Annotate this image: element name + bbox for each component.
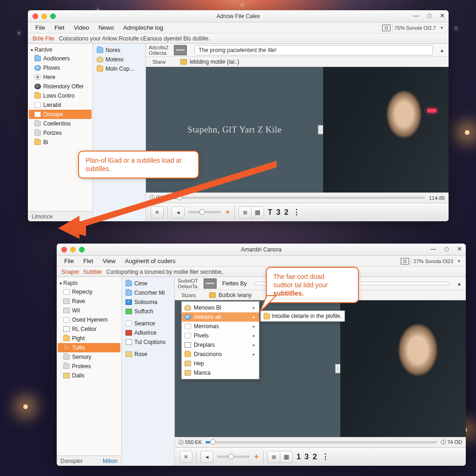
context-submenu[interactable]: Intodlie clelarle in the plofile. xyxy=(260,311,345,322)
ctx-drascinons[interactable]: Drascinons▸ xyxy=(182,350,259,359)
chevron-down-icon[interactable]: ▾ xyxy=(455,258,463,264)
menu-auginertt[interactable]: Auginertt of cuders xyxy=(120,256,180,266)
menu-file[interactable]: File xyxy=(60,256,79,266)
list-item[interactable]: Solisoma xyxy=(123,298,173,307)
ctx-merromas[interactable]: Merromas▸ xyxy=(182,322,259,331)
sidebar-item-here[interactable]: Here xyxy=(28,73,93,82)
sidebar-item-porizes[interactable]: Porizes xyxy=(28,128,93,138)
skip-back-button[interactable]: ◂ xyxy=(200,451,213,463)
titlebar[interactable]: Adnow File Calex — ▢ ✕ xyxy=(28,10,449,22)
list-item[interactable]: Nores xyxy=(94,46,145,55)
list-item[interactable]: Suffoch xyxy=(123,307,173,316)
volume-thumb[interactable] xyxy=(199,209,205,215)
brile-file-link[interactable]: Brile File xyxy=(31,35,56,42)
ctx-alekaris[interactable]: Alekaris ak▸ xyxy=(182,312,259,322)
sidebar-item-osed-hyenem[interactable]: Osed Hyenem xyxy=(57,315,121,324)
minimize-button[interactable]: — xyxy=(427,245,440,254)
volume-slider[interactable] xyxy=(188,211,221,213)
list-item[interactable]: Concrher Mi xyxy=(123,288,173,298)
zoom-icon[interactable] xyxy=(79,247,85,252)
list-item[interactable]: Rose xyxy=(123,350,173,359)
seek-track[interactable] xyxy=(205,441,437,443)
menu-admpleche[interactable]: Admpleche log xyxy=(119,23,168,33)
minimize-icon[interactable] xyxy=(41,13,47,19)
skip-back-button[interactable]: ◂ xyxy=(172,206,185,218)
sidebar-item-repecty[interactable]: Repecty xyxy=(57,287,121,297)
ctx-plvels[interactable]: Plvels▸ xyxy=(182,331,259,340)
list-item[interactable]: Moln Cop… xyxy=(94,64,145,73)
minimize-button[interactable]: — xyxy=(410,12,423,21)
ctx-menows[interactable]: Menows Bl▸ xyxy=(182,303,259,312)
minimize-icon[interactable] xyxy=(70,247,76,252)
tree-header[interactable]: Rapts xyxy=(57,279,121,287)
seek-track[interactable] xyxy=(172,197,425,199)
chevron-down-icon[interactable]: ▾ xyxy=(438,25,446,30)
zoom-icon[interactable] xyxy=(50,13,56,19)
menu-video[interactable]: Video xyxy=(69,23,94,33)
list-item[interactable]: Adlurirce xyxy=(123,328,173,337)
thumbnail-icon[interactable] xyxy=(174,45,187,55)
thumbnail-icon[interactable] xyxy=(204,278,217,289)
menu-file[interactable]: File xyxy=(31,23,50,33)
suttible-link[interactable]: Suttible xyxy=(81,269,104,275)
sidebar-item-lierabil[interactable]: Lierabil xyxy=(28,100,93,110)
status-link[interactable]: Mition xyxy=(103,458,118,464)
menu-newo[interactable]: Newo xyxy=(94,23,119,33)
sidebar-item-semory[interactable]: Semory xyxy=(57,352,121,362)
tree-header[interactable]: Rardve xyxy=(28,46,93,54)
snaper-link[interactable]: Snaper xyxy=(60,269,81,275)
menu-view[interactable]: View xyxy=(98,256,120,266)
close-icon[interactable] xyxy=(33,13,38,19)
maximize-button[interactable]: ▢ xyxy=(440,245,453,254)
list-item[interactable]: Searnce xyxy=(123,319,173,328)
sidebar-item-onoope[interactable]: Onoope xyxy=(29,110,92,119)
close-icon[interactable] xyxy=(61,247,67,252)
list-view-button[interactable]: ≡ xyxy=(179,451,192,463)
sidebar-item-aoditoners[interactable]: Aoditoners xyxy=(28,54,93,63)
more-icon[interactable]: ⋮ xyxy=(293,208,300,217)
sidebar-item-ristendory[interactable]: Ristendory Offer xyxy=(28,82,93,91)
ctx-dreplars[interactable]: Dreplars▸ xyxy=(182,340,259,350)
sidebar-item-dalls[interactable]: Dalls xyxy=(57,371,121,380)
context-menu[interactable]: Menows Bl▸ Alekaris ak▸ Merromas▸ Plvels… xyxy=(181,301,259,379)
scroll-up-icon[interactable]: ▴ xyxy=(438,47,446,53)
list-item[interactable]: Tul Coptions xyxy=(123,337,173,347)
camera-icon[interactable] xyxy=(401,258,409,264)
seek-thumb[interactable] xyxy=(177,195,182,200)
volume-thumb[interactable] xyxy=(228,454,234,459)
sidebar-item-tullis[interactable]: Tullis xyxy=(58,343,120,352)
mode-lines-button[interactable]: ≣ xyxy=(238,206,251,218)
sidebar-item-lows-contro[interactable]: Lows Contro xyxy=(28,91,93,100)
cloud-icon[interactable]: ✦ xyxy=(225,208,231,217)
close-button[interactable]: ✕ xyxy=(436,12,449,21)
menu-flet[interactable]: Flet xyxy=(79,256,98,266)
titlebar[interactable]: Amardiri Canora — ▢ ✕ xyxy=(57,244,466,256)
submenu-text[interactable]: Intodlie clelarle in the plofile. xyxy=(271,313,342,319)
ctx-manca[interactable]: Manca xyxy=(182,368,259,377)
sidebar-item-rave[interactable]: Rave xyxy=(57,297,121,306)
cloud-icon[interactable]: ✦ xyxy=(253,452,259,461)
sidebar-item-bi[interactable]: Bi xyxy=(28,138,93,147)
ctx-hep[interactable]: Hep xyxy=(182,359,259,368)
sidebar-item-pight[interactable]: Pight xyxy=(57,334,121,343)
sidebar-item-prstees[interactable]: Prstees xyxy=(57,362,121,371)
mode-thumb-button[interactable]: ▦ xyxy=(280,451,293,463)
list-view-button[interactable]: ≡ xyxy=(151,206,164,218)
list-item[interactable]: Cime xyxy=(123,279,173,288)
scroll-up-icon[interactable]: ▴ xyxy=(456,280,463,287)
mode-thumb-button[interactable]: ▦ xyxy=(251,206,264,218)
close-button[interactable]: ✕ xyxy=(453,245,466,254)
sidebar-item-ploves[interactable]: Ploves xyxy=(28,63,93,73)
list-item[interactable]: Motess xyxy=(94,55,145,64)
camera-icon[interactable] xyxy=(382,25,390,31)
more-icon[interactable]: ⋮ xyxy=(322,452,329,461)
sidebar-item-rl-celitor[interactable]: RL Celitor xyxy=(57,324,121,334)
info-message[interactable]: The promg pacwlentent the Ille! xyxy=(194,45,433,55)
volume-slider[interactable] xyxy=(217,456,250,458)
sidebar-item-wil[interactable]: Wil xyxy=(57,306,121,315)
mode-lines-button[interactable]: ≣ xyxy=(267,451,280,463)
sidebar-item-coellentios[interactable]: Coellentios xyxy=(28,119,93,128)
seek-thumb[interactable] xyxy=(210,439,216,445)
maximize-button[interactable]: ▢ xyxy=(423,12,436,21)
menu-flet[interactable]: Flet xyxy=(50,23,69,33)
